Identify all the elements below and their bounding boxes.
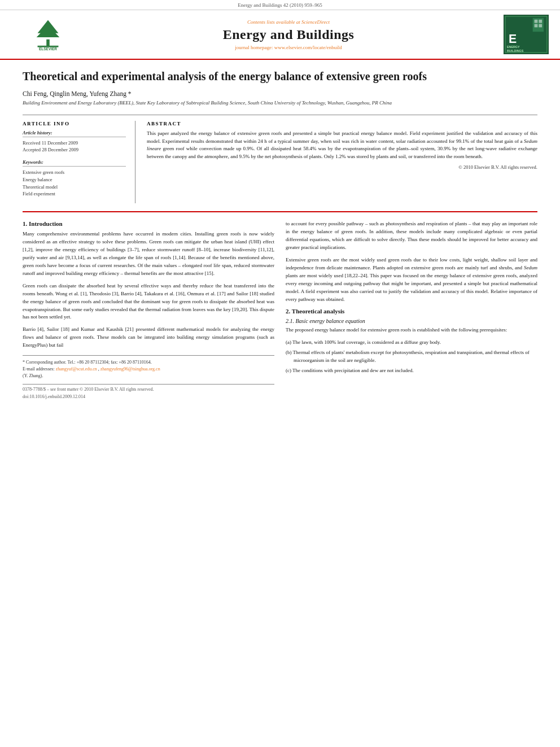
footer-bar: 0378-7788/$ – see front matter © 2010 El…: [23, 384, 274, 394]
journal-info-center: Contents lists available at ScienceDirec…: [85, 19, 492, 50]
body-content: 1. Introduction Many comprehensive envir…: [23, 211, 537, 399]
journal-homepage: journal homepage: www.elsevier.com/locat…: [85, 45, 492, 50]
footnote-email: E-mail addresses: zhangyuf@scut.edu.cn ,…: [23, 366, 274, 373]
prerequisite-a: (a) The lawn, with 100% leaf coverage, i…: [286, 339, 537, 347]
abstract-text: This paper analyzed the energy balance o…: [147, 130, 537, 161]
accepted-date: Accepted 28 December 2009: [23, 146, 126, 154]
intro-para-5: Extensive green roofs are the most widel…: [286, 256, 537, 304]
intro-para-4: to account for every possible pathway – …: [286, 220, 537, 252]
intro-para-3: Barrio [4], Sailor [18] and Kumar and Ka…: [23, 326, 274, 350]
svg-rect-9: [539, 20, 542, 23]
top-bar: Energy and Buildings 42 (2010) 959–965: [0, 0, 560, 10]
svg-rect-10: [535, 24, 538, 28]
author-names: Chi Feng, Qinglin Meng, Yufeng Zhang *: [23, 90, 132, 97]
keyword-2: Energy balance: [23, 176, 126, 184]
svg-rect-0: [46, 40, 50, 47]
article-meta-section: ARTICLE INFO Article history: Received 1…: [23, 115, 537, 204]
keyword-3: Theoretical model: [23, 184, 126, 191]
body-left-column: 1. Introduction Many comprehensive envir…: [23, 220, 274, 399]
article-info-column: ARTICLE INFO Article history: Received 1…: [23, 121, 135, 204]
svg-rect-11: [539, 24, 542, 28]
paper-title: Theoretical and experimental analysis of…: [23, 69, 537, 84]
eb-logo: E ENERGY BUILDINGS: [504, 15, 549, 54]
svg-rect-8: [535, 20, 538, 23]
footer-doi: doi:10.1016/j.enbuild.2009.12.014: [23, 394, 274, 399]
footnote-asterisk: * Corresponding author. Tel.: +86 20 871…: [23, 359, 274, 366]
svg-text:ELSEVIER: ELSEVIER: [39, 47, 57, 51]
section2-heading: 2. Theoretical analysis: [286, 308, 537, 314]
keywords-section: Keywords: Extensive green roofs Energy b…: [23, 159, 126, 198]
journal-header: ELSEVIER Contents lists available at Sci…: [0, 10, 560, 60]
section1-heading: 1. Introduction: [23, 220, 274, 227]
paper-content: Theoretical and experimental analysis of…: [0, 60, 560, 410]
publisher-logo-section: ELSEVIER: [11, 18, 85, 51]
section2-1-heading: 2.1. Basic energy balance equation: [286, 318, 537, 324]
eb-logo-icon: E ENERGY BUILDINGS: [504, 15, 549, 54]
prerequisite-c: (c) The conditions with precipitation an…: [286, 367, 537, 375]
svg-text:E: E: [509, 32, 517, 46]
journal-citation: Energy and Buildings 42 (2010) 959–965: [238, 2, 322, 8]
abstract-column: ABSTRACT This paper analyzed the energy …: [147, 121, 537, 204]
article-history: Article history: Received 11 December 20…: [23, 130, 126, 154]
elsevier-logo: ELSEVIER: [11, 18, 85, 51]
article-info-label: ARTICLE INFO: [23, 121, 126, 126]
history-label: Article history:: [23, 130, 126, 137]
authors: Chi Feng, Qinglin Meng, Yufeng Zhang *: [23, 90, 537, 97]
received-date: Received 11 December 2009: [23, 139, 126, 147]
footnote-section: * Corresponding author. Tel.: +86 20 871…: [23, 355, 274, 379]
abstract-label: ABSTRACT: [147, 121, 537, 126]
svg-text:BUILDINGS: BUILDINGS: [507, 49, 524, 53]
intro-para-2: Green roofs can dissipate the absorbed h…: [23, 282, 274, 322]
sciencedirect-text: Contents lists available at ScienceDirec…: [85, 19, 492, 25]
prerequisite-b: (b) Thermal effects of plants' metabolis…: [286, 349, 537, 365]
keywords-label: Keywords:: [23, 159, 126, 167]
footnote-name: (Y. Zhang).: [23, 373, 274, 379]
keyword-4: Field experiment: [23, 190, 126, 198]
elsevier-tree-icon: ELSEVIER: [25, 18, 71, 51]
journal-logo-right: E ENERGY BUILDINGS: [492, 15, 549, 54]
intro-para-1: Many comprehensive environmental problem…: [23, 230, 274, 278]
keyword-1: Extensive green roofs: [23, 169, 126, 176]
section2-intro: The proposed energy balance model for ex…: [286, 326, 537, 334]
journal-title: Energy and Buildings: [85, 27, 492, 42]
copyright: © 2010 Elsevier B.V. All rights reserved…: [147, 164, 537, 170]
footer-issn: 0378-7788/$ – see front matter © 2010 El…: [23, 387, 154, 392]
affiliation: Building Environment and Energy Laborato…: [23, 99, 537, 107]
body-right-column: to account for every possible pathway – …: [286, 220, 537, 399]
svg-text:ENERGY: ENERGY: [507, 45, 520, 49]
